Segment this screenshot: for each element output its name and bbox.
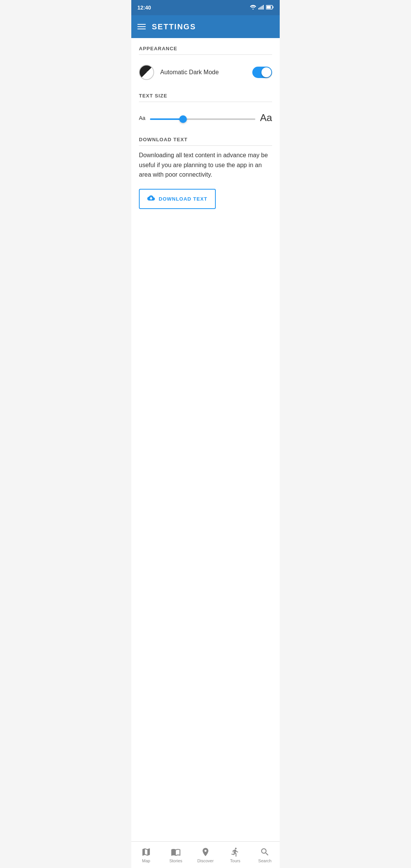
text-size-slider[interactable] (150, 118, 255, 120)
text-size-divider (139, 102, 272, 102)
signal-icon (258, 5, 264, 11)
battery-icon (266, 5, 274, 11)
appearance-divider (139, 54, 272, 55)
dark-mode-row: Automatic Dark Mode (139, 59, 272, 85)
svg-rect-2 (260, 7, 260, 10)
nav-tours-label: Tours (230, 858, 241, 863)
download-text-divider (139, 145, 272, 146)
stories-icon (171, 847, 181, 857)
status-time: 12:40 (137, 5, 151, 11)
download-text-section: DOWNLOAD TEXT Downloading all text conte… (131, 129, 280, 217)
bottom-nav: Map Stories Discover Tours Search (131, 841, 280, 868)
dark-mode-label: Automatic Dark Mode (160, 69, 246, 76)
nav-stories-label: Stories (169, 858, 182, 863)
discover-icon (201, 847, 210, 857)
text-size-slider-container (150, 115, 255, 121)
page-title: SETTINGS (152, 22, 196, 31)
nav-discover-label: Discover (198, 858, 214, 863)
nav-item-map[interactable]: Map (131, 842, 161, 868)
nav-item-discover[interactable]: Discover (191, 842, 220, 868)
text-size-section-title: TEXT SIZE (139, 93, 272, 99)
nav-item-tours[interactable]: Tours (220, 842, 250, 868)
status-icons (250, 5, 274, 11)
text-size-small-label: Aa (139, 115, 145, 121)
text-size-section: TEXT SIZE Aa Aa (131, 85, 280, 129)
svg-rect-8 (267, 6, 271, 8)
main-content: APPEARANCE Automatic Dark Mode TEXT SIZE… (131, 38, 280, 841)
tours-icon (230, 847, 240, 857)
svg-rect-3 (261, 6, 261, 10)
nav-item-search[interactable]: Search (250, 842, 280, 868)
status-bar: 12:40 (131, 0, 280, 15)
svg-rect-1 (258, 8, 259, 10)
text-size-large-label: Aa (260, 112, 272, 124)
menu-button[interactable] (137, 24, 146, 29)
text-size-row: Aa Aa (139, 107, 272, 129)
cloud-download-icon (147, 194, 155, 204)
wifi-icon (250, 5, 256, 11)
download-text-description: Downloading all text content in advance … (139, 150, 272, 180)
svg-rect-4 (262, 6, 263, 10)
map-icon (141, 847, 151, 857)
appearance-section-title: APPEARANCE (139, 46, 272, 51)
search-icon (260, 847, 270, 857)
svg-rect-7 (273, 6, 274, 8)
svg-point-0 (253, 8, 254, 10)
nav-item-stories[interactable]: Stories (161, 842, 191, 868)
appearance-section: APPEARANCE Automatic Dark Mode (131, 38, 280, 85)
app-header: SETTINGS (131, 15, 280, 38)
nav-map-label: Map (142, 858, 150, 863)
svg-rect-5 (263, 5, 264, 10)
download-text-section-title: DOWNLOAD TEXT (139, 137, 272, 142)
nav-search-label: Search (258, 858, 272, 863)
dark-mode-icon (139, 65, 154, 80)
download-text-button[interactable]: DOWNLOAD TEXT (139, 189, 216, 209)
download-text-button-label: DOWNLOAD TEXT (159, 196, 207, 202)
dark-mode-toggle[interactable] (252, 67, 272, 78)
